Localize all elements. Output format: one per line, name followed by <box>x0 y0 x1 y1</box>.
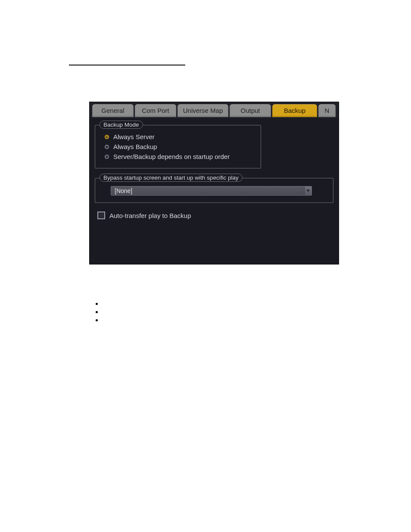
tab-bar: General Com Port Universe Map Output Bac… <box>90 102 339 118</box>
bullet-list <box>96 299 105 324</box>
bypass-startup-legend: Bypass startup screen and start up with … <box>100 174 243 182</box>
radio-always-server[interactable]: Always Server <box>105 133 255 140</box>
horizontal-rule <box>69 65 185 65</box>
radio-label: Server/Backup depends on startup order <box>113 153 230 160</box>
backup-mode-legend: Backup Mode <box>100 121 143 129</box>
tab-next-partial[interactable]: N <box>318 104 336 117</box>
radio-dot-icon <box>105 135 109 139</box>
tab-backup[interactable]: Backup <box>272 104 317 117</box>
backup-mode-group: Backup Mode Always Server Always Backup … <box>95 125 261 168</box>
chevron-down-icon <box>306 190 310 192</box>
settings-backup-panel: General Com Port Universe Map Output Bac… <box>89 102 339 264</box>
startup-play-selected: [None] <box>115 187 132 194</box>
dropdown-button[interactable] <box>304 187 311 195</box>
tab-general[interactable]: General <box>92 104 134 117</box>
bullet-icon <box>96 319 98 321</box>
tab-com-port[interactable]: Com Port <box>135 104 176 117</box>
radio-dot-icon <box>105 155 109 159</box>
radio-depends-startup[interactable]: Server/Backup depends on startup order <box>105 153 255 160</box>
radio-label: Always Server <box>113 133 155 140</box>
bypass-startup-group: Bypass startup screen and start up with … <box>95 178 333 203</box>
auto-transfer-checkbox-row[interactable]: Auto-transfer play to Backup <box>97 212 333 219</box>
radio-label: Always Backup <box>113 143 157 150</box>
startup-play-select[interactable]: [None] <box>111 186 312 196</box>
radio-always-backup[interactable]: Always Backup <box>105 143 255 150</box>
bullet-icon <box>96 311 98 313</box>
bullet-icon <box>96 303 98 305</box>
auto-transfer-label: Auto-transfer play to Backup <box>109 212 191 219</box>
checkbox-icon <box>97 212 105 219</box>
tab-universe-map[interactable]: Universe Map <box>177 104 228 117</box>
radio-dot-icon <box>105 145 109 149</box>
tab-output[interactable]: Output <box>230 104 271 117</box>
